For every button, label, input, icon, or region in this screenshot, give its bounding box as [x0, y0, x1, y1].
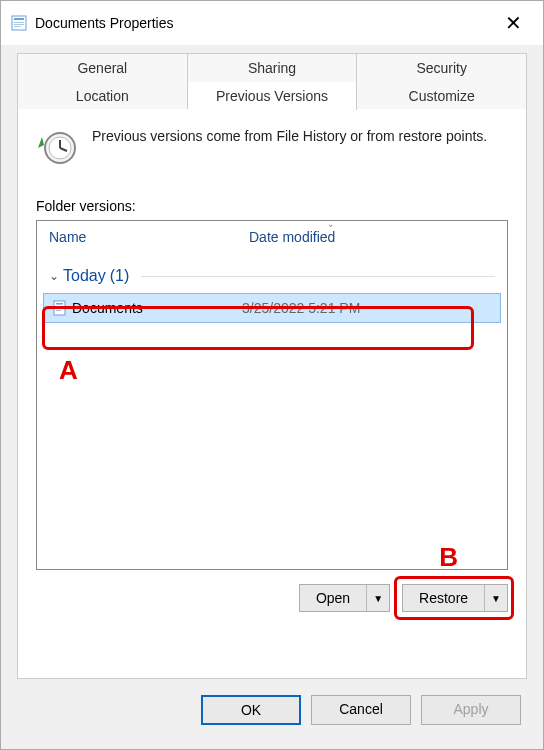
svg-rect-2 — [14, 22, 24, 23]
restore-dropdown[interactable]: ▼ — [484, 585, 507, 611]
dropdown-icon: ▼ — [491, 593, 501, 604]
window-title: Documents Properties — [35, 15, 174, 31]
group-today[interactable]: ⌄ Today (1) — [37, 253, 507, 287]
open-label: Open — [300, 585, 366, 611]
dialog-buttons: OK Cancel Apply — [1, 679, 543, 741]
chevron-down-icon: ⌄ — [49, 269, 59, 283]
list-header: Name Date modified ⌄ — [37, 221, 507, 253]
cancel-button[interactable]: Cancel — [311, 695, 411, 725]
action-row: Open ▼ Restore ▼ B — [36, 584, 508, 612]
col-name[interactable]: Name — [49, 229, 249, 245]
tab-sharing[interactable]: Sharing — [188, 53, 358, 82]
svg-rect-11 — [56, 306, 63, 307]
tabs: General Sharing Security Location Previo… — [1, 45, 543, 679]
close-icon: ✕ — [505, 11, 522, 35]
restore-button[interactable]: Restore ▼ — [402, 584, 508, 612]
info-row: Previous versions come from File History… — [36, 127, 508, 172]
restore-label: Restore — [403, 585, 484, 611]
tab-security[interactable]: Security — [357, 53, 527, 82]
versions-list[interactable]: Name Date modified ⌄ ⌄ Today (1) — [36, 220, 508, 570]
apply-button: Apply — [421, 695, 521, 725]
version-name: Documents — [72, 300, 242, 316]
info-text: Previous versions come from File History… — [92, 127, 487, 146]
version-date: 3/25/2022 5:21 PM — [242, 300, 492, 316]
svg-rect-12 — [56, 308, 63, 309]
dropdown-icon: ▼ — [373, 593, 383, 604]
col-date[interactable]: Date modified — [249, 229, 495, 245]
sort-indicator-icon: ⌄ — [327, 219, 335, 229]
svg-rect-1 — [14, 18, 24, 20]
open-dropdown[interactable]: ▼ — [366, 585, 389, 611]
callout-b-label: B — [439, 542, 458, 573]
section-label: Folder versions: — [36, 198, 508, 214]
open-button[interactable]: Open ▼ — [299, 584, 390, 612]
group-divider — [141, 276, 495, 277]
tab-customize[interactable]: Customize — [357, 82, 527, 110]
close-button[interactable]: ✕ — [493, 9, 533, 37]
svg-rect-3 — [14, 24, 24, 25]
history-clock-icon — [36, 127, 78, 172]
svg-rect-13 — [56, 310, 61, 311]
tab-content: Previous versions come from File History… — [17, 109, 527, 679]
tab-previous-versions[interactable]: Previous Versions — [188, 82, 358, 110]
callout-a-label: A — [59, 355, 78, 386]
group-count: (1) — [110, 267, 130, 285]
document-icon — [52, 300, 72, 316]
version-row[interactable]: Documents 3/25/2022 5:21 PM — [43, 293, 501, 323]
group-label: Today — [63, 267, 106, 285]
folder-properties-icon — [11, 15, 27, 31]
svg-rect-10 — [56, 303, 63, 305]
properties-dialog: Documents Properties ✕ General Sharing S… — [0, 0, 544, 750]
tab-general[interactable]: General — [17, 53, 188, 82]
svg-rect-4 — [14, 26, 21, 27]
tab-location[interactable]: Location — [17, 82, 188, 110]
ok-button[interactable]: OK — [201, 695, 301, 725]
titlebar: Documents Properties ✕ — [1, 1, 543, 45]
